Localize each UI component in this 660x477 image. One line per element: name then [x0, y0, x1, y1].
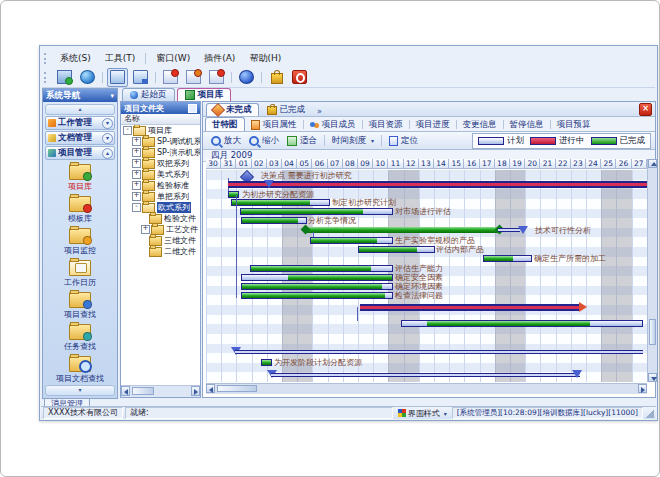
expander-plus-icon[interactable]: + [132, 159, 141, 168]
tree-node-10[interactable]: 三维文件 [121, 235, 200, 246]
task-bar[interactable] [241, 283, 393, 290]
gantt-tool-3[interactable]: 时间刻度▾ [328, 135, 378, 147]
lock-button[interactable] [266, 68, 287, 87]
task-bar[interactable] [401, 320, 643, 327]
doc-tab-0[interactable]: 起始页 [122, 88, 175, 101]
open-folder-button[interactable] [107, 68, 128, 87]
help-button[interactable] [236, 68, 257, 87]
tree-node-8[interactable]: 检验文件 [121, 213, 200, 224]
tree-node-3[interactable]: +双把系列 [121, 158, 200, 169]
exit-button[interactable] [289, 68, 310, 87]
scroll-down-button[interactable] [648, 373, 657, 382]
expander-minus-icon[interactable]: - [123, 126, 132, 135]
plan-line[interactable] [271, 373, 580, 377]
task-bar[interactable] [228, 191, 239, 198]
tree-node-9[interactable]: +工艺文件 [121, 224, 200, 235]
gantt-tool-0[interactable]: 放大 [207, 135, 245, 147]
pin-icon[interactable] [188, 104, 197, 113]
sidebar-item-0[interactable]: 项目库 [43, 164, 117, 192]
func-tab-6[interactable]: 暂停信息 [504, 118, 550, 131]
scroll-thumb[interactable] [132, 387, 154, 395]
gantt-tool-4[interactable]: 定位 [385, 135, 422, 147]
summary-bar-inprogress[interactable] [360, 304, 579, 311]
ui-style-button[interactable]: 界面样式 ▾ [395, 408, 450, 419]
scroll-left-button[interactable] [121, 386, 130, 396]
vertical-scrollbar[interactable] [647, 159, 657, 382]
expander-plus-icon[interactable]: + [141, 225, 150, 234]
func-tab-2[interactable]: 项目成员 [304, 118, 362, 131]
sidebar-item-2[interactable]: 项目监控 [43, 228, 117, 256]
summary-bar-inprogress[interactable] [228, 181, 647, 188]
mail-send-button[interactable] [183, 68, 204, 87]
sidebar-item-3[interactable]: 工作日历 [43, 260, 117, 288]
expander-plus-icon[interactable]: + [132, 181, 141, 190]
tree-horizontal-scrollbar[interactable] [121, 385, 200, 397]
tree-node-11[interactable]: 二维文件 [121, 246, 200, 257]
mail-alert-button[interactable] [160, 68, 181, 87]
scroll-right-button[interactable] [638, 384, 647, 393]
milestone-marker[interactable] [572, 370, 582, 378]
chevron-down-icon[interactable]: ▾ [102, 118, 113, 129]
plan-line[interactable] [235, 350, 643, 354]
scroll-left-button[interactable] [206, 384, 215, 393]
task-bar[interactable] [483, 255, 532, 262]
scroll-thumb[interactable] [217, 385, 257, 392]
tree-node-5[interactable]: +检验标准 [121, 180, 200, 191]
sidebar-group-0[interactable]: 工作管理▾ [45, 116, 115, 130]
sidebar-group-2[interactable]: 项目管理▴ [45, 146, 115, 160]
expander-plus-icon[interactable]: + [132, 170, 141, 179]
tree-node-2[interactable]: +SP-演示机系 [121, 147, 200, 158]
task-bar[interactable] [358, 246, 435, 253]
menu-item-0[interactable]: 系统(S) [53, 51, 98, 66]
doc-tab-1[interactable]: 项目库 [177, 88, 232, 101]
tree-node-0[interactable]: -项目库 [121, 125, 200, 136]
expander-plus-icon[interactable]: + [132, 148, 141, 157]
milestone-marker[interactable] [518, 226, 528, 234]
tree-node-6[interactable]: +单把系列 [121, 191, 200, 202]
summary-bar-done[interactable] [305, 227, 500, 233]
expander-minus-icon[interactable]: - [132, 203, 141, 212]
task-bar[interactable] [241, 292, 393, 299]
close-panel-button[interactable]: × [639, 103, 652, 116]
task-bar[interactable] [250, 265, 393, 272]
func-tab-0[interactable]: 甘特图 [205, 117, 245, 131]
view-tab-1[interactable]: 已完成 [261, 104, 312, 116]
task-bar[interactable] [231, 199, 330, 206]
func-tab-7[interactable]: 项目预算 [551, 118, 597, 131]
sidebar-scroll-up-button[interactable]: ▴ [45, 104, 115, 115]
task-bar[interactable] [241, 217, 307, 224]
plan-line[interactable] [498, 228, 520, 232]
view-tab-0[interactable]: 未完成 [206, 103, 259, 116]
workspace-button[interactable] [54, 68, 75, 87]
sidebar-collapsed-group[interactable]: ▾ [45, 385, 115, 396]
sidebar-group-1[interactable]: 文档管理▾ [45, 131, 115, 145]
task-bar[interactable] [261, 359, 272, 366]
menu-item-4[interactable]: 帮助(H) [242, 51, 288, 66]
globe-button[interactable] [77, 68, 98, 87]
menu-item-3[interactable]: 插件(A) [197, 51, 242, 66]
chevron-down-icon[interactable]: ▾ [102, 133, 113, 144]
gantt-tool-1[interactable]: 缩小 [245, 135, 283, 147]
expander-plus-icon[interactable]: + [132, 192, 141, 201]
gantt-tool-2[interactable]: 适合 [283, 135, 321, 147]
sidebar-item-4[interactable]: 项目查找 [43, 292, 117, 320]
tree-node-4[interactable]: +美式系列 [121, 169, 200, 180]
task-bar[interactable] [240, 208, 393, 215]
sidebar-item-6[interactable]: 项目文档查找 [43, 356, 117, 384]
func-tab-1[interactable]: 项目属性 [245, 118, 303, 131]
scroll-right-button[interactable] [191, 386, 200, 396]
func-tab-4[interactable]: 项目进度 [410, 118, 456, 131]
milestone-marker[interactable] [264, 180, 274, 188]
scroll-thumb[interactable] [649, 319, 656, 345]
expander-plus-icon[interactable]: + [132, 137, 141, 146]
task-bar[interactable] [241, 274, 393, 281]
scroll-up-button[interactable] [648, 159, 657, 168]
tab-overflow-chevron[interactable]: » [313, 107, 326, 116]
folder-view-button[interactable] [130, 68, 151, 87]
func-tab-3[interactable]: 项目资源 [363, 118, 409, 131]
task-bar[interactable] [310, 237, 393, 244]
sidebar-collapse-button[interactable]: ▾ [110, 92, 114, 100]
resize-grip[interactable] [645, 409, 654, 418]
menu-item-2[interactable]: 窗口(W) [149, 51, 197, 66]
tree-node-1[interactable]: +SP-调试机系 [121, 136, 200, 147]
